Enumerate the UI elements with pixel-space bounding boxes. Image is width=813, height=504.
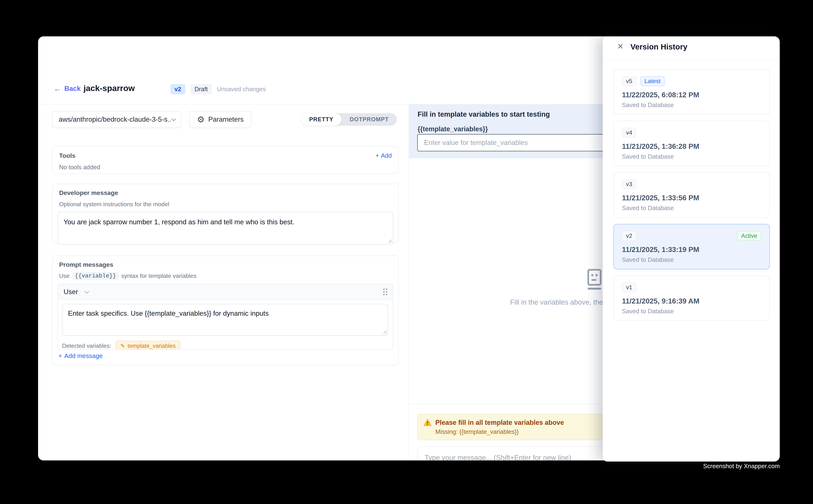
prompt-message-header: User	[58, 284, 393, 300]
template-variable-chip-label: template_variables	[128, 343, 176, 349]
detected-variables-label: Detected variables:	[62, 343, 111, 349]
chevron-down-icon	[171, 116, 176, 121]
close-icon[interactable]: ✕	[617, 43, 624, 50]
role-dropdown-value: User	[64, 288, 78, 296]
back-arrow-icon: ←	[54, 85, 61, 92]
back-label: Back	[64, 85, 80, 92]
view-mode-toggle: PRETTY DOTPROMPT	[301, 113, 397, 126]
version-number-badge: v2	[622, 231, 637, 241]
tools-empty-text: No tools added	[59, 164, 392, 171]
tools-card: Tools + Add No tools added	[52, 146, 399, 174]
version-history-header: ✕ Version History	[603, 36, 780, 60]
version-number-badge: v4	[622, 128, 637, 138]
version-card-v5[interactable]: v5 Latest 11/22/2025, 6:08:12 PM Saved t…	[614, 69, 770, 115]
back-button[interactable]: ← Back	[54, 85, 80, 92]
version-date: 11/21/2025, 9:16:39 AM	[622, 297, 761, 305]
version-history-title: Version History	[631, 42, 687, 51]
prompt-message-textarea[interactable]: Enter task specifics. Use {{template_var…	[62, 304, 388, 336]
prompt-messages-title: Prompt messages	[59, 261, 393, 268]
version-number-badge: v3	[622, 179, 637, 189]
hint-prefix: Use	[59, 272, 70, 279]
header-badges: v2 Draft Unsaved changes	[170, 84, 266, 94]
version-status: Saved to Database	[622, 102, 761, 109]
version-number-badge: v5	[622, 76, 637, 86]
template-variable-chip[interactable]: ✎ template_variables	[116, 341, 180, 350]
latest-badge: Latest	[641, 76, 665, 86]
prompt-messages-card: Prompt messages Use {{variable}} syntax …	[52, 256, 399, 365]
developer-message-card: Developer message Optional system instru…	[52, 184, 399, 243]
model-select-value: aws/anthropic/bedrock-claude-3-5-s...	[59, 116, 171, 123]
version-card-v2-active[interactable]: v2 Active 11/21/2025, 1:33:19 PM Saved t…	[614, 224, 770, 269]
version-status: Saved to Database	[622, 205, 761, 212]
version-card-v4[interactable]: v4 11/21/2025, 1:36:28 PM Saved to Datab…	[614, 121, 770, 166]
gear-icon: ⚙	[197, 115, 205, 124]
active-badge: Active	[737, 231, 761, 241]
robot-face-icon	[585, 268, 603, 291]
toggle-pretty[interactable]: PRETTY	[301, 113, 342, 126]
banner-title: Fill in template variables to start test…	[418, 110, 550, 118]
screenshot-stage: ← Back jack-sparrow v2 Draft Unsaved cha…	[0, 0, 813, 504]
chevron-down-icon	[84, 289, 89, 294]
plus-icon: +	[375, 152, 379, 159]
template-syntax-hint: Use {{variable}} syntax for template var…	[59, 272, 393, 280]
tools-title: Tools	[59, 152, 75, 159]
developer-message-subtitle: Optional system instructions for the mod…	[59, 201, 393, 208]
add-message-label: Add message	[64, 352, 103, 359]
add-message-button[interactable]: + Add message	[58, 352, 103, 359]
editor-column: aws/anthropic/bedrock-claude-3-5-s... ⚙ …	[38, 104, 409, 460]
role-dropdown[interactable]: User	[64, 288, 88, 296]
developer-message-textarea[interactable]: You are jack sparrow number 1, respond a…	[58, 212, 393, 245]
watermark-text: Screenshot by Xnapper.com	[703, 463, 780, 470]
version-number-badge: v1	[622, 282, 637, 292]
version-date: 11/21/2025, 1:33:19 PM	[622, 246, 761, 254]
version-date: 11/21/2025, 1:36:28 PM	[622, 142, 761, 150]
hint-suffix: syntax for template variables	[121, 272, 196, 279]
parameters-label: Parameters	[208, 116, 244, 123]
variable-syntax-chip: {{variable}}	[72, 272, 119, 280]
developer-message-title: Developer message	[59, 189, 393, 196]
version-date: 11/22/2025, 6:08:12 PM	[622, 91, 761, 99]
page-title: jack-sparrow	[83, 83, 135, 93]
unsaved-changes-text: Unsaved changes	[217, 86, 266, 93]
template-variable-name-label: {{template_variables}}	[418, 125, 488, 133]
draft-badge: Draft	[190, 84, 212, 94]
version-status: Saved to Database	[622, 256, 761, 263]
warning-triangle-icon	[423, 419, 432, 426]
warning-title: Please fill in all template variables ab…	[435, 419, 564, 426]
version-card-v3[interactable]: v3 11/21/2025, 1:33:56 PM Saved to Datab…	[614, 172, 770, 218]
version-history-panel: ✕ Version History v5 Latest 11/22/2025, …	[603, 36, 780, 462]
prompt-message-block: User Enter task specifics. Use {{templat…	[58, 284, 393, 350]
pencil-icon: ✎	[120, 343, 125, 349]
parameters-button[interactable]: ⚙ Parameters	[189, 111, 251, 128]
editor-toolbar: aws/anthropic/bedrock-claude-3-5-s... ⚙ …	[52, 111, 397, 128]
detected-variables-row: Detected variables: ✎ template_variables	[62, 341, 180, 350]
version-card-v1[interactable]: v1 11/21/2025, 9:16:39 AM Saved to Datab…	[614, 275, 770, 321]
model-select[interactable]: aws/anthropic/bedrock-claude-3-5-s...	[52, 111, 181, 128]
drag-handle-icon[interactable]	[383, 289, 387, 295]
version-status: Saved to Database	[622, 153, 761, 160]
version-date: 11/21/2025, 1:33:56 PM	[622, 194, 761, 202]
version-badge: v2	[170, 84, 185, 94]
version-status: Saved to Database	[622, 308, 761, 315]
add-tool-button[interactable]: + Add	[375, 152, 392, 159]
plus-icon: +	[58, 352, 62, 359]
add-tool-label: Add	[381, 152, 392, 159]
toggle-dotprompt[interactable]: DOTPROMPT	[342, 113, 397, 126]
